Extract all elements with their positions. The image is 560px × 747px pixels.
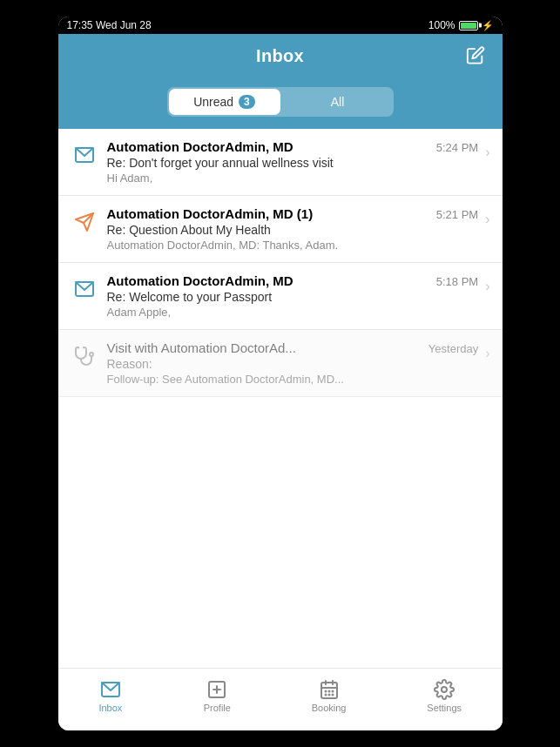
paper-plane-icon — [74, 212, 95, 232]
nav-profile[interactable]: Profile — [190, 676, 245, 717]
message-icon-wrap — [71, 141, 98, 169]
message-item[interactable]: Visit with Automation DoctorAd... Yester… — [58, 330, 503, 397]
message-time: 5:18 PM — [436, 275, 478, 288]
booking-nav-icon — [319, 679, 340, 700]
header-title: Inbox — [256, 46, 304, 65]
message-icon-wrap — [71, 275, 98, 303]
message-subject: Re: Question About My Health — [107, 223, 479, 237]
message-item[interactable]: Automation DoctorAdmin, MD 5:24 PM Re: D… — [58, 129, 503, 196]
message-icon-wrap — [71, 208, 98, 236]
message-content: Automation DoctorAdmin, MD (1) 5:21 PM R… — [107, 206, 479, 252]
message-item[interactable]: Automation DoctorAdmin, MD 5:18 PM Re: W… — [58, 263, 503, 330]
device-frame: 17:35 Wed Jun 28 100% ⚡ Inbox Unread 3 — [58, 17, 503, 730]
chevron-right-icon: › — [485, 212, 489, 227]
profile-nav-label: Profile — [204, 703, 231, 713]
battery-fill — [461, 23, 476, 29]
all-tab[interactable]: All — [282, 87, 394, 117]
unread-badge: 3 — [239, 95, 255, 109]
chevron-right-icon: › — [485, 279, 489, 294]
envelope-icon — [74, 279, 95, 299]
stethoscope-icon — [74, 346, 95, 367]
message-preview: Hi Adam, — [107, 172, 479, 185]
message-time: 5:24 PM — [436, 141, 478, 154]
message-subject: Re: Welcome to your Passport — [107, 290, 479, 304]
message-icon-wrap — [71, 342, 98, 370]
settings-nav-label: Settings — [427, 703, 462, 713]
segment-control: Unread 3 All — [58, 78, 503, 129]
bottom-nav: Inbox Profile Booking — [58, 668, 503, 730]
unread-tab[interactable]: Unread 3 — [169, 89, 280, 115]
message-time: 5:21 PM — [436, 208, 478, 221]
svg-point-19 — [442, 687, 447, 692]
inbox-nav-label: Inbox — [98, 703, 122, 713]
message-subject: Re: Don't forget your annual wellness vi… — [107, 156, 479, 170]
all-tab-label: All — [331, 95, 345, 109]
svg-point-4 — [90, 353, 93, 356]
status-bar: 17:35 Wed Jun 28 100% ⚡ — [58, 17, 503, 34]
segment-inner: Unread 3 All — [167, 87, 394, 117]
envelope-icon — [74, 145, 95, 165]
message-content: Automation DoctorAdmin, MD 5:18 PM Re: W… — [107, 273, 479, 319]
header: Inbox — [58, 34, 503, 78]
settings-nav-icon — [434, 679, 455, 700]
compose-icon — [466, 45, 485, 64]
message-preview: Automation DoctorAdmin, MD: Thanks, Adam… — [107, 239, 479, 252]
booking-nav-label: Booking — [312, 703, 347, 713]
status-time: 17:35 Wed Jun 28 — [67, 19, 152, 31]
nav-booking[interactable]: Booking — [298, 676, 361, 717]
unread-tab-label: Unread — [193, 95, 233, 109]
battery-icon — [459, 21, 478, 30]
message-content: Visit with Automation DoctorAd... Yester… — [107, 340, 479, 386]
inbox-nav-icon — [100, 679, 121, 700]
lightning-icon: ⚡ — [482, 20, 494, 31]
message-preview: Follow-up: See Automation DoctorAdmin, M… — [107, 373, 479, 386]
chevron-right-icon: › — [485, 145, 489, 160]
message-sender: Visit with Automation DoctorAd... — [107, 340, 422, 355]
message-top-row: Automation DoctorAdmin, MD 5:24 PM — [107, 139, 479, 154]
message-subject: Reason: — [107, 357, 479, 371]
message-top-row: Automation DoctorAdmin, MD (1) 5:21 PM — [107, 206, 479, 221]
message-sender: Automation DoctorAdmin, MD — [107, 273, 429, 288]
message-content: Automation DoctorAdmin, MD 5:24 PM Re: D… — [107, 139, 479, 185]
message-item[interactable]: Automation DoctorAdmin, MD (1) 5:21 PM R… — [58, 196, 503, 263]
nav-inbox[interactable]: Inbox — [84, 676, 137, 717]
message-sender: Automation DoctorAdmin, MD — [107, 139, 429, 154]
message-list: Automation DoctorAdmin, MD 5:24 PM Re: D… — [58, 129, 503, 668]
chevron-right-icon: › — [485, 346, 489, 361]
message-preview: Adam Apple, — [107, 306, 479, 319]
message-sender: Automation DoctorAdmin, MD (1) — [107, 206, 429, 221]
status-right: 100% ⚡ — [428, 19, 494, 31]
profile-nav-icon — [206, 679, 227, 700]
message-top-row: Automation DoctorAdmin, MD 5:18 PM — [107, 273, 479, 288]
nav-settings[interactable]: Settings — [413, 676, 476, 717]
compose-button[interactable] — [462, 42, 489, 71]
message-top-row: Visit with Automation DoctorAd... Yester… — [107, 340, 479, 355]
battery-label: 100% — [428, 19, 455, 31]
message-time: Yesterday — [428, 342, 478, 355]
